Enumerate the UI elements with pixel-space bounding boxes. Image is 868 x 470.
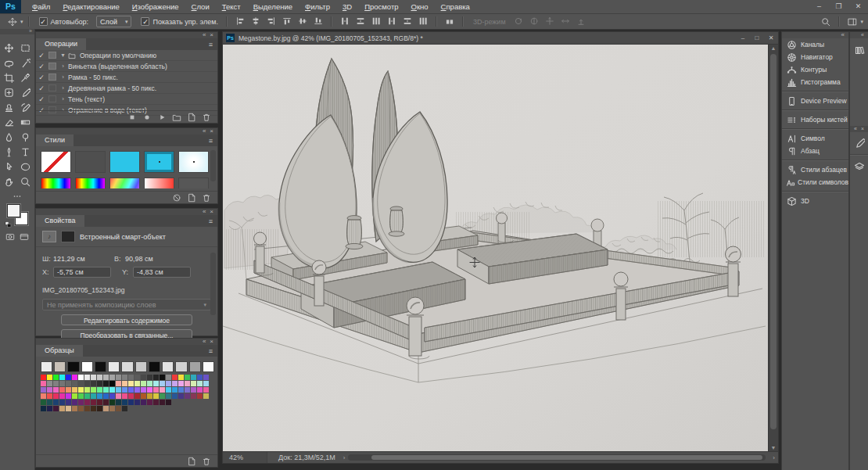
swatch[interactable] — [166, 400, 171, 405]
swatch[interactable] — [47, 406, 52, 411]
swatch[interactable] — [203, 387, 209, 393]
action-row[interactable]: ✓›Виньетка (выделенная область) — [36, 61, 217, 72]
healing-brush-tool[interactable] — [1, 85, 17, 100]
swatch[interactable] — [109, 393, 115, 399]
swatch[interactable] — [41, 381, 46, 386]
swatch[interactable] — [116, 393, 121, 399]
new-set-button[interactable] — [172, 113, 181, 122]
action-dialog-toggle[interactable] — [47, 52, 58, 59]
collapse-panel-icon[interactable]: « — [841, 32, 845, 38]
eraser-tool[interactable] — [1, 115, 17, 130]
swatch[interactable] — [203, 375, 209, 380]
horizontal-scroll-thumb[interactable] — [371, 455, 762, 460]
brush-panel-icon[interactable] — [850, 135, 868, 152]
swatch[interactable] — [72, 375, 77, 380]
swatch[interactable] — [78, 387, 84, 393]
swatch[interactable] — [128, 400, 134, 405]
swatch[interactable] — [41, 387, 46, 393]
tab-swatches[interactable]: Образцы — [36, 345, 83, 357]
swatch[interactable] — [78, 400, 84, 405]
zoom-level-field[interactable]: 42% — [223, 452, 267, 463]
new-action-button[interactable] — [187, 113, 196, 122]
swatch[interactable] — [53, 400, 59, 405]
swatch[interactable] — [185, 387, 190, 393]
brush-tool[interactable] — [17, 85, 34, 100]
action-checkmark[interactable]: ✓ — [36, 52, 47, 59]
swatch[interactable] — [185, 393, 190, 399]
style-swatch[interactable] — [75, 151, 106, 173]
swatch[interactable] — [84, 400, 90, 405]
swatch[interactable] — [147, 387, 152, 393]
swatch[interactable] — [41, 393, 46, 399]
tab-actions[interactable]: Операции — [36, 38, 86, 50]
collapsed-panel-parastyles[interactable]: Стили абзацев — [782, 163, 848, 176]
swatch[interactable] — [84, 387, 90, 393]
close-panel-icon[interactable]: × — [861, 126, 864, 132]
play-button[interactable] — [157, 113, 167, 122]
close-panel-icon[interactable]: × — [210, 32, 213, 38]
swatch[interactable] — [41, 361, 52, 372]
collapsed-panel-paragraph[interactable]: Абзац — [782, 145, 848, 157]
screen-mode-button[interactable] — [20, 232, 29, 242]
dist-a-button[interactable] — [337, 16, 353, 27]
swatch[interactable] — [109, 406, 115, 411]
swatch[interactable] — [172, 393, 178, 399]
gradient-tool[interactable] — [17, 115, 34, 130]
blur-tool[interactable] — [1, 130, 17, 145]
menu-редактирование[interactable]: Редактирование — [56, 0, 125, 13]
close-panel-icon[interactable]: × — [210, 209, 213, 215]
swatch[interactable] — [53, 387, 59, 393]
menu-текст[interactable]: Текст — [216, 0, 247, 13]
align-center-v-button[interactable] — [295, 16, 310, 27]
swatch[interactable] — [197, 381, 203, 386]
close-panel-icon[interactable]: × — [210, 339, 213, 345]
swatch[interactable] — [166, 393, 171, 399]
swatch[interactable] — [109, 375, 115, 380]
swatch[interactable] — [84, 393, 90, 399]
swatch[interactable] — [172, 381, 178, 386]
collapse-panel-icon[interactable]: « — [203, 209, 206, 215]
swatch[interactable] — [66, 375, 71, 380]
canvas[interactable] — [223, 45, 769, 452]
swatch[interactable] — [122, 375, 127, 380]
autoselect-checkbox[interactable]: ✓ — [39, 17, 48, 26]
menu-окно[interactable]: Окно — [405, 0, 435, 13]
shape-tool[interactable] — [17, 160, 34, 174]
chevron-down-icon[interactable]: ▾ — [860, 19, 863, 25]
swatch[interactable] — [141, 400, 146, 405]
tab-properties[interactable]: Свойства — [36, 215, 84, 227]
zoom-tool[interactable] — [17, 174, 34, 189]
menu-выделение[interactable]: Выделение — [247, 0, 299, 13]
style-swatch[interactable] — [75, 178, 106, 188]
style-swatch[interactable] — [41, 178, 71, 188]
action-row[interactable]: ✓›Рамка - 50 пикс. — [36, 72, 217, 83]
record-button[interactable] — [142, 113, 152, 122]
swatch[interactable] — [97, 381, 102, 386]
swatch[interactable] — [59, 406, 65, 411]
swatch[interactable] — [78, 375, 84, 380]
panel-menu-icon[interactable]: ≡ — [209, 41, 213, 48]
swatch[interactable] — [141, 375, 146, 380]
swatch[interactable] — [47, 393, 52, 399]
swatch[interactable] — [175, 361, 187, 372]
swatch[interactable] — [149, 361, 160, 372]
action-expander[interactable]: › — [58, 84, 68, 91]
action-checkmark[interactable]: ✓ — [36, 84, 47, 92]
edit-toolbar-button[interactable] — [0, 191, 34, 202]
swatch[interactable] — [191, 393, 196, 399]
swatch[interactable] — [203, 393, 209, 399]
style-swatch[interactable] — [144, 178, 174, 188]
swatch[interactable] — [95, 361, 106, 372]
swatch[interactable] — [54, 361, 66, 372]
clone-stamp-tool[interactable] — [1, 100, 17, 115]
swatch[interactable] — [72, 406, 77, 411]
restore-button[interactable]: ❐ — [829, 0, 848, 13]
swatch[interactable] — [116, 400, 121, 405]
swatch[interactable] — [91, 393, 96, 399]
align-left-button[interactable] — [232, 16, 248, 27]
action-expander[interactable]: › — [58, 63, 68, 70]
swatch[interactable] — [91, 400, 96, 405]
toolbar-collapse[interactable]: » — [0, 29, 34, 34]
action-dialog-toggle[interactable] — [47, 74, 58, 81]
swatch[interactable] — [103, 393, 109, 399]
